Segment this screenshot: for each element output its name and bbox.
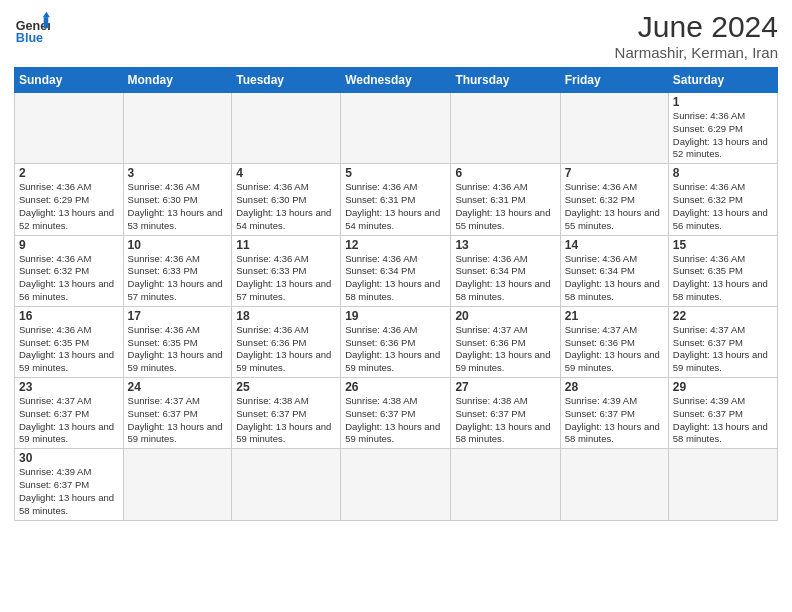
day-number: 26 xyxy=(345,380,446,394)
calendar-cell: 16Sunrise: 4:36 AM Sunset: 6:35 PM Dayli… xyxy=(15,306,124,377)
page: General Blue June 2024 Narmashir, Kerman… xyxy=(0,0,792,531)
day-number: 3 xyxy=(128,166,228,180)
day-number: 19 xyxy=(345,309,446,323)
header-wednesday: Wednesday xyxy=(341,68,451,93)
calendar-cell: 19Sunrise: 4:36 AM Sunset: 6:36 PM Dayli… xyxy=(341,306,451,377)
calendar-cell: 25Sunrise: 4:38 AM Sunset: 6:37 PM Dayli… xyxy=(232,378,341,449)
calendar-cell: 7Sunrise: 4:36 AM Sunset: 6:32 PM Daylig… xyxy=(560,164,668,235)
header-friday: Friday xyxy=(560,68,668,93)
day-info: Sunrise: 4:38 AM Sunset: 6:37 PM Dayligh… xyxy=(236,395,336,446)
calendar-cell: 5Sunrise: 4:36 AM Sunset: 6:31 PM Daylig… xyxy=(341,164,451,235)
day-info: Sunrise: 4:37 AM Sunset: 6:36 PM Dayligh… xyxy=(455,324,555,375)
day-info: Sunrise: 4:38 AM Sunset: 6:37 PM Dayligh… xyxy=(345,395,446,446)
day-number: 28 xyxy=(565,380,664,394)
day-info: Sunrise: 4:36 AM Sunset: 6:30 PM Dayligh… xyxy=(236,181,336,232)
calendar-cell xyxy=(451,93,560,164)
calendar-title: June 2024 xyxy=(615,10,778,44)
day-number: 23 xyxy=(19,380,119,394)
day-info: Sunrise: 4:36 AM Sunset: 6:33 PM Dayligh… xyxy=(128,253,228,304)
calendar-cell xyxy=(341,449,451,520)
header-monday: Monday xyxy=(123,68,232,93)
day-number: 5 xyxy=(345,166,446,180)
day-info: Sunrise: 4:36 AM Sunset: 6:34 PM Dayligh… xyxy=(345,253,446,304)
day-info: Sunrise: 4:36 AM Sunset: 6:30 PM Dayligh… xyxy=(128,181,228,232)
day-info: Sunrise: 4:36 AM Sunset: 6:29 PM Dayligh… xyxy=(19,181,119,232)
calendar-header: Sunday Monday Tuesday Wednesday Thursday… xyxy=(15,68,778,93)
logo: General Blue xyxy=(14,10,50,46)
day-info: Sunrise: 4:36 AM Sunset: 6:32 PM Dayligh… xyxy=(19,253,119,304)
day-info: Sunrise: 4:36 AM Sunset: 6:31 PM Dayligh… xyxy=(455,181,555,232)
calendar-cell: 10Sunrise: 4:36 AM Sunset: 6:33 PM Dayli… xyxy=(123,235,232,306)
day-info: Sunrise: 4:36 AM Sunset: 6:34 PM Dayligh… xyxy=(565,253,664,304)
day-number: 16 xyxy=(19,309,119,323)
day-info: Sunrise: 4:39 AM Sunset: 6:37 PM Dayligh… xyxy=(19,466,119,517)
day-info: Sunrise: 4:36 AM Sunset: 6:32 PM Dayligh… xyxy=(673,181,773,232)
day-info: Sunrise: 4:38 AM Sunset: 6:37 PM Dayligh… xyxy=(455,395,555,446)
day-number: 17 xyxy=(128,309,228,323)
calendar-cell: 18Sunrise: 4:36 AM Sunset: 6:36 PM Dayli… xyxy=(232,306,341,377)
calendar-cell xyxy=(451,449,560,520)
calendar-cell xyxy=(232,93,341,164)
svg-text:Blue: Blue xyxy=(16,31,43,45)
day-info: Sunrise: 4:36 AM Sunset: 6:31 PM Dayligh… xyxy=(345,181,446,232)
calendar-cell: 6Sunrise: 4:36 AM Sunset: 6:31 PM Daylig… xyxy=(451,164,560,235)
calendar-cell: 2Sunrise: 4:36 AM Sunset: 6:29 PM Daylig… xyxy=(15,164,124,235)
day-info: Sunrise: 4:36 AM Sunset: 6:36 PM Dayligh… xyxy=(345,324,446,375)
day-number: 18 xyxy=(236,309,336,323)
calendar-cell: 17Sunrise: 4:36 AM Sunset: 6:35 PM Dayli… xyxy=(123,306,232,377)
day-number: 20 xyxy=(455,309,555,323)
calendar-cell xyxy=(232,449,341,520)
day-number: 10 xyxy=(128,238,228,252)
header-thursday: Thursday xyxy=(451,68,560,93)
calendar-cell: 30Sunrise: 4:39 AM Sunset: 6:37 PM Dayli… xyxy=(15,449,124,520)
calendar-cell: 12Sunrise: 4:36 AM Sunset: 6:34 PM Dayli… xyxy=(341,235,451,306)
calendar-cell xyxy=(560,93,668,164)
logo-icon: General Blue xyxy=(14,10,50,46)
calendar-cell: 13Sunrise: 4:36 AM Sunset: 6:34 PM Dayli… xyxy=(451,235,560,306)
calendar-cell xyxy=(560,449,668,520)
day-number: 22 xyxy=(673,309,773,323)
day-info: Sunrise: 4:39 AM Sunset: 6:37 PM Dayligh… xyxy=(565,395,664,446)
svg-marker-2 xyxy=(43,12,50,17)
day-number: 15 xyxy=(673,238,773,252)
day-info: Sunrise: 4:36 AM Sunset: 6:33 PM Dayligh… xyxy=(236,253,336,304)
calendar-cell xyxy=(341,93,451,164)
day-info: Sunrise: 4:36 AM Sunset: 6:29 PM Dayligh… xyxy=(673,110,773,161)
calendar-cell: 27Sunrise: 4:38 AM Sunset: 6:37 PM Dayli… xyxy=(451,378,560,449)
calendar-body: 1Sunrise: 4:36 AM Sunset: 6:29 PM Daylig… xyxy=(15,93,778,521)
calendar-cell xyxy=(123,93,232,164)
calendar-cell xyxy=(668,449,777,520)
calendar-subtitle: Narmashir, Kerman, Iran xyxy=(615,44,778,61)
day-number: 25 xyxy=(236,380,336,394)
day-info: Sunrise: 4:36 AM Sunset: 6:35 PM Dayligh… xyxy=(19,324,119,375)
calendar-cell: 28Sunrise: 4:39 AM Sunset: 6:37 PM Dayli… xyxy=(560,378,668,449)
day-number: 21 xyxy=(565,309,664,323)
day-info: Sunrise: 4:36 AM Sunset: 6:36 PM Dayligh… xyxy=(236,324,336,375)
day-number: 24 xyxy=(128,380,228,394)
day-info: Sunrise: 4:36 AM Sunset: 6:35 PM Dayligh… xyxy=(128,324,228,375)
calendar-cell: 15Sunrise: 4:36 AM Sunset: 6:35 PM Dayli… xyxy=(668,235,777,306)
day-info: Sunrise: 4:37 AM Sunset: 6:37 PM Dayligh… xyxy=(19,395,119,446)
day-number: 7 xyxy=(565,166,664,180)
calendar-week-2: 9Sunrise: 4:36 AM Sunset: 6:32 PM Daylig… xyxy=(15,235,778,306)
calendar-cell: 21Sunrise: 4:37 AM Sunset: 6:36 PM Dayli… xyxy=(560,306,668,377)
header: General Blue June 2024 Narmashir, Kerman… xyxy=(14,10,778,61)
day-number: 29 xyxy=(673,380,773,394)
day-number: 2 xyxy=(19,166,119,180)
day-number: 12 xyxy=(345,238,446,252)
day-info: Sunrise: 4:36 AM Sunset: 6:34 PM Dayligh… xyxy=(455,253,555,304)
calendar-cell: 29Sunrise: 4:39 AM Sunset: 6:37 PM Dayli… xyxy=(668,378,777,449)
calendar-cell: 1Sunrise: 4:36 AM Sunset: 6:29 PM Daylig… xyxy=(668,93,777,164)
day-number: 4 xyxy=(236,166,336,180)
day-info: Sunrise: 4:37 AM Sunset: 6:37 PM Dayligh… xyxy=(673,324,773,375)
day-info: Sunrise: 4:37 AM Sunset: 6:36 PM Dayligh… xyxy=(565,324,664,375)
calendar-week-5: 30Sunrise: 4:39 AM Sunset: 6:37 PM Dayli… xyxy=(15,449,778,520)
calendar-cell: 14Sunrise: 4:36 AM Sunset: 6:34 PM Dayli… xyxy=(560,235,668,306)
day-number: 6 xyxy=(455,166,555,180)
calendar-cell: 26Sunrise: 4:38 AM Sunset: 6:37 PM Dayli… xyxy=(341,378,451,449)
calendar-cell: 20Sunrise: 4:37 AM Sunset: 6:36 PM Dayli… xyxy=(451,306,560,377)
header-sunday: Sunday xyxy=(15,68,124,93)
title-block: June 2024 Narmashir, Kerman, Iran xyxy=(615,10,778,61)
calendar-week-4: 23Sunrise: 4:37 AM Sunset: 6:37 PM Dayli… xyxy=(15,378,778,449)
day-info: Sunrise: 4:36 AM Sunset: 6:32 PM Dayligh… xyxy=(565,181,664,232)
